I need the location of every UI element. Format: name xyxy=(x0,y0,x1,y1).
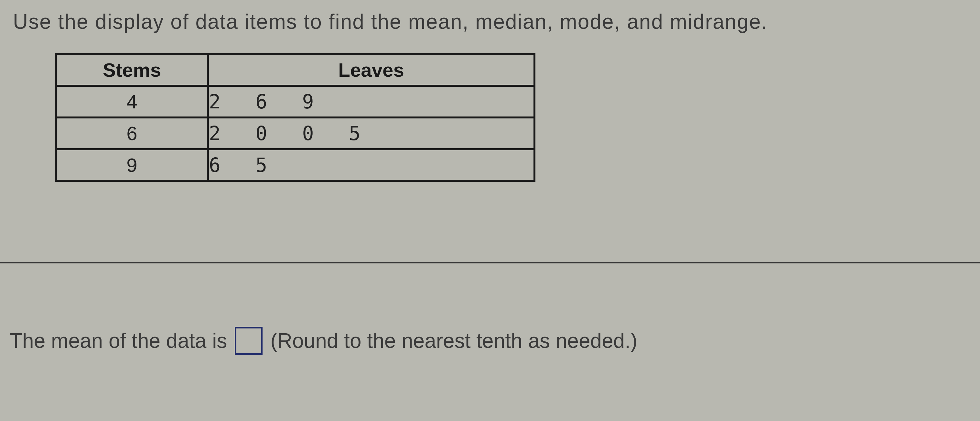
leaf-cell: 6 5 xyxy=(208,149,535,181)
instruction-text: Use the display of data items to find th… xyxy=(13,10,967,33)
answer-prefix: The mean of the data is xyxy=(10,329,227,353)
header-stems: Stems xyxy=(56,54,208,86)
answer-line: The mean of the data is (Round to the ne… xyxy=(10,327,637,355)
table-row: 4 2 6 9 xyxy=(56,86,535,118)
table-row: 9 6 5 xyxy=(56,149,535,181)
section-divider xyxy=(0,262,980,263)
answer-hint: (Round to the nearest tenth as needed.) xyxy=(270,329,637,353)
stem-leaf-table: Stems Leaves 4 2 6 9 6 2 0 0 5 9 6 5 xyxy=(55,53,535,182)
table-header-row: Stems Leaves xyxy=(56,54,535,86)
stem-cell: 9 xyxy=(56,149,208,181)
table-row: 6 2 0 0 5 xyxy=(56,118,535,149)
header-leaves: Leaves xyxy=(208,54,535,86)
leaf-cell: 2 6 9 xyxy=(208,86,535,118)
mean-input[interactable] xyxy=(235,327,262,355)
stem-cell: 4 xyxy=(56,86,208,118)
leaf-cell: 2 0 0 5 xyxy=(208,118,535,149)
stem-leaf-table-wrap: Stems Leaves 4 2 6 9 6 2 0 0 5 9 6 5 xyxy=(55,53,967,182)
page-root: Use the display of data items to find th… xyxy=(0,0,980,421)
stem-cell: 6 xyxy=(56,118,208,149)
